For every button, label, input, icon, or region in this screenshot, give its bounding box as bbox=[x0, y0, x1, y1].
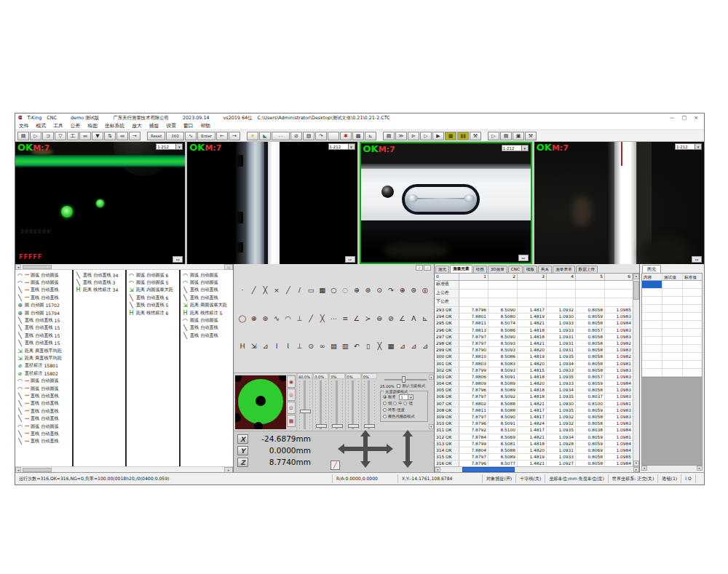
tool-icon-0-2[interactable]: ╳ bbox=[260, 285, 270, 295]
feature-item[interactable]: ⊕圆自动圆15702 bbox=[15, 302, 72, 309]
tool-icon-0-0[interactable]: · bbox=[237, 285, 248, 295]
standard-dropdown[interactable]: 1▾ bbox=[399, 394, 414, 400]
feature-item[interactable]: ◠圆弧自动圆弧 bbox=[181, 316, 232, 324]
elements-row[interactable] bbox=[642, 321, 702, 329]
feature-item[interactable]: ⊕圆自动圆15794 bbox=[15, 309, 72, 316]
tab-elements[interactable]: 图元 bbox=[642, 265, 661, 273]
radio-level-弱[interactable] bbox=[383, 402, 387, 405]
slider-thumb[interactable] bbox=[332, 424, 343, 428]
default-mode-checkbox[interactable] bbox=[397, 384, 400, 388]
scroll-thumb[interactable] bbox=[23, 468, 52, 472]
camera-view-3-selected[interactable]: OKM:7 1-212▾ ↔ bbox=[360, 142, 532, 264]
light-channel-slider-2[interactable]: 0% bbox=[328, 373, 344, 431]
tools-button[interactable]: ⚒ bbox=[525, 132, 537, 140]
stop-button[interactable]: ■ bbox=[445, 132, 456, 140]
camera-view-1[interactable]: OKM:7 1-212▾ FFFFF ↔ bbox=[15, 142, 185, 264]
slider-track[interactable] bbox=[313, 379, 328, 431]
next-button[interactable]: → bbox=[229, 132, 240, 140]
pattern-button[interactable]: ▨ bbox=[303, 132, 314, 140]
scroll-up-icon[interactable]: ▴ bbox=[429, 375, 434, 380]
tool-icon-0-10[interactable]: ⊕ bbox=[352, 285, 362, 295]
tool-icon-0-6[interactable]: ▭ bbox=[306, 285, 316, 295]
slider-track[interactable] bbox=[329, 379, 344, 431]
light-channel-slider-4[interactable]: 0% bbox=[361, 373, 377, 431]
jog-vertical-arrow[interactable] bbox=[363, 436, 368, 462]
menu-item-窗口[interactable]: 窗口 bbox=[180, 122, 197, 129]
feature-item[interactable]: ╲直线自动直线 bbox=[181, 332, 232, 339]
elements-hscrollbar[interactable]: ◂ ▸ bbox=[641, 466, 703, 471]
maximize-button[interactable]: □ bbox=[682, 115, 687, 121]
scroll-up-icon[interactable]: ▴ bbox=[633, 274, 639, 279]
dither-button[interactable]: ▩ bbox=[352, 132, 364, 140]
menu-item-捕捉[interactable]: 捕捉 bbox=[146, 122, 163, 129]
camera3-resize-handle[interactable]: ↔ bbox=[518, 255, 529, 261]
tool-icon-0-12[interactable]: ⊙ bbox=[374, 285, 384, 295]
tool-icon-0-14[interactable]: ⊕ bbox=[397, 285, 408, 295]
feature-item[interactable]: ⇲距离两直线平均距 bbox=[15, 354, 72, 362]
table-row[interactable]: 298 OK7.87978.50931.48211.09310.80581.09… bbox=[435, 340, 633, 347]
radio-level-中[interactable] bbox=[393, 402, 397, 405]
feature-item[interactable]: ╲直线自动直线 bbox=[181, 324, 232, 332]
camera4-resize-handle[interactable]: ↔ bbox=[692, 256, 702, 263]
ring-light-indicator[interactable] bbox=[235, 375, 286, 429]
focus-button[interactable]: ▼ bbox=[92, 132, 103, 140]
tool-icon-2-1[interactable]: ⇲ bbox=[249, 341, 259, 351]
feature-item[interactable]: ◠圆弧自动圆弧5 bbox=[127, 279, 179, 286]
tab-夹具[interactable]: 夹具 bbox=[538, 266, 552, 273]
tool-icon-1-9[interactable]: ≡ bbox=[340, 314, 350, 324]
joystick-button[interactable]: ∿ bbox=[185, 132, 197, 140]
run-button[interactable]: ▷ bbox=[420, 132, 432, 140]
feature-item[interactable]: ╲***直线自动直线 bbox=[15, 415, 72, 422]
feature-hscrollbar-bottom[interactable]: ◂ ▸ bbox=[15, 466, 233, 472]
tab-模板[interactable]: 模板 bbox=[523, 266, 537, 273]
feature-item[interactable]: H距离线性标注5 bbox=[181, 309, 232, 316]
run-to-end-button[interactable]: ▶ bbox=[432, 132, 444, 140]
radio-ring-intensity[interactable] bbox=[383, 408, 387, 412]
slider-thumb[interactable] bbox=[348, 424, 359, 428]
tool-icon-0-16[interactable]: ◎ bbox=[420, 285, 430, 295]
tool-icon-2-8[interactable]: ▤ bbox=[329, 341, 339, 351]
tool-icon-1-0[interactable]: ◯ bbox=[237, 314, 248, 324]
tool-icon-1-3[interactable]: ∿ bbox=[272, 314, 282, 324]
tool-icon-0-9[interactable]: ◌ bbox=[340, 285, 350, 295]
table-row[interactable]: 310 OK7.87968.50911.48241.09320.80581.09… bbox=[435, 420, 633, 427]
jog-left-icon[interactable] bbox=[338, 444, 344, 454]
radio-standard[interactable] bbox=[383, 395, 387, 399]
elements-row[interactable] bbox=[642, 329, 702, 337]
feature-item[interactable]: ◠***圆弧自动圆弧 bbox=[15, 279, 72, 286]
scroll-left-icon[interactable]: ◂ bbox=[641, 466, 647, 471]
options-scrollbar[interactable]: ▴ ▾ bbox=[429, 375, 434, 429]
tool-icon-1-13[interactable]: ⊘ bbox=[386, 314, 396, 324]
tab-绘图[interactable]: 绘图 bbox=[473, 266, 487, 273]
table-row[interactable]: 293 OK7.87968.50901.48171.09320.80581.09… bbox=[435, 307, 633, 314]
tool-icon-2-7[interactable]: ∞ bbox=[317, 341, 328, 351]
feature-item[interactable]: ◠圆弧自动圆弧6 bbox=[127, 271, 179, 279]
camera-view-4[interactable]: OKM:7 1-212▾ ↔ bbox=[534, 142, 704, 264]
curve-button[interactable]: ↷ bbox=[315, 132, 327, 140]
camera-b-button[interactable]: ▬ bbox=[116, 132, 128, 140]
feature-item[interactable]: ╲***直线自动直线 bbox=[15, 392, 72, 399]
table-row[interactable]: 315 OK7.87978.50891.48191.09330.80581.09… bbox=[435, 454, 633, 461]
pencil-icon[interactable]: ∕ bbox=[416, 265, 423, 271]
table-row[interactable]: 304 OK7.88098.50891.48201.09330.80591.09… bbox=[435, 380, 633, 387]
chevron-down-icon[interactable]: ▾ bbox=[695, 143, 702, 150]
results-vscrollbar[interactable]: ▴ ▾ bbox=[633, 274, 639, 466]
elements-row[interactable] bbox=[642, 369, 702, 377]
feature-item[interactable]: ╲***直线自动直线 bbox=[15, 407, 72, 415]
menu-item-放大[interactable]: 放大 bbox=[128, 122, 146, 129]
save-result-button[interactable]: ▤ bbox=[500, 132, 512, 140]
execute-button[interactable]: ⚒ bbox=[470, 132, 481, 140]
slider-thumb[interactable] bbox=[316, 424, 327, 428]
tool-icon-2-2[interactable]: ⊿ bbox=[260, 341, 270, 351]
scroll-thumb[interactable] bbox=[633, 281, 639, 300]
jog-up-icon[interactable] bbox=[360, 430, 371, 437]
feature-item[interactable]: H距离线性标注34 bbox=[74, 287, 125, 294]
camera-a-button[interactable]: ▬ bbox=[79, 132, 91, 140]
table-row[interactable]: 297 OK7.87978.50901.48181.09310.80581.09… bbox=[435, 334, 633, 340]
elements-row[interactable] bbox=[642, 281, 702, 289]
star-button[interactable]: ✱ bbox=[340, 132, 352, 140]
scroll-right-icon[interactable]: ▸ bbox=[697, 466, 703, 471]
results-hscrollbar[interactable]: ◂ ▸ bbox=[435, 466, 639, 472]
light-button[interactable]: ☀ bbox=[247, 132, 258, 140]
tool-icon-0-3[interactable]: × bbox=[272, 285, 282, 295]
